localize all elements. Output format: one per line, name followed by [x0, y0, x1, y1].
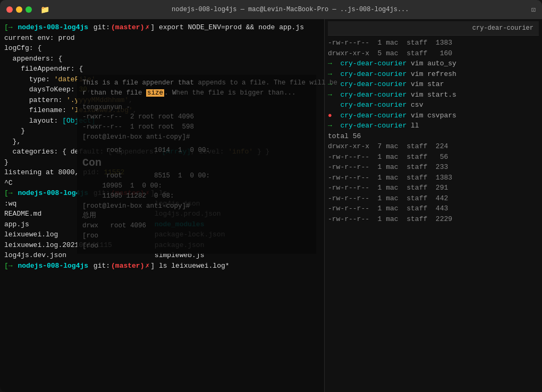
right-line-6: → cry-dear-courier vim start.s — [328, 90, 539, 100]
titlebar: 📁 nodejs-008-log4js — mac@Levin-MacBook-… — [0, 0, 542, 19]
window-title: nodejs-008-log4js — mac@Levin-MacBook-Pr… — [54, 6, 527, 13]
right-line-16: -rw-r--r-- 1 mac staff 442 — [328, 193, 539, 204]
prompt-branch-2: (master) — [111, 188, 144, 199]
right-line-5: → cry-dear-courier vim star — [328, 79, 539, 90]
right-line-2: drwxr-xr-x 5 mac staff 160 — [328, 48, 539, 59]
output-line-11: }, — [4, 137, 325, 147]
right-line-7: cry-dear-courier csv — [328, 100, 539, 110]
output-line-7: pattern: '.yyyyMMddhhmm', — [4, 95, 325, 106]
ls-item-simpleweb: simpleweb.js — [155, 250, 225, 261]
ls-item-pkglock: package-lock.json — [155, 229, 225, 240]
prompt-dir-1: nodejs-008-log4js — [14, 22, 88, 33]
ls-output: :wq README.md app.js leixuewei.log leixu… — [4, 199, 325, 261]
prompt-x-2: ✗ — [145, 188, 149, 199]
output-line-8: filename: 'leixuewei.log', — [4, 105, 325, 116]
output-line-2: logCfg: { — [4, 43, 325, 54]
prompt-arrow-2: [→ — [4, 188, 13, 199]
prompt-dir-2: nodejs-008-log4js — [14, 188, 88, 199]
right-line-11: drwxr-xr-x 7 mac staff 224 — [328, 141, 539, 152]
prompt-git-3: git: — [89, 261, 110, 271]
ls-item-appjs: app.js — [4, 219, 112, 230]
right-line-14: -rw-r--r-- 1 mac staff 1383 — [328, 173, 539, 183]
prompt-cmd-1: ] export NODE_ENV=prod && node app.js — [150, 22, 304, 33]
ls-item-wq: :wq — [4, 199, 112, 209]
right-line-17: -rw-r--r-- 1 mac staff 443 — [328, 203, 539, 214]
prompt-x-3: ✗ — [145, 261, 149, 271]
prompt-branch-1: (master) — [111, 22, 144, 33]
main-terminal: [→ nodejs-008-log4js git:(master) ✗ ] ex… — [0, 19, 329, 274]
fullscreen-button[interactable] — [26, 6, 32, 13]
prompt-cmd-3: ] ls leixuewei.log* — [150, 261, 229, 271]
output-line-5: type: 'dateFile', — [4, 74, 325, 85]
prompt-line-1: [→ nodejs-008-log4js git:(master) ✗ ] ex… — [4, 22, 325, 33]
output-line-10: } — [4, 126, 325, 137]
right-panel-title: cry-dear-courier — [472, 24, 533, 32]
terminal-window: 📁 nodejs-008-log4js — mac@Levin-MacBook-… — [0, 0, 542, 392]
output-line-13: } — [4, 157, 325, 168]
output-line-1: current env: prod — [4, 33, 325, 44]
ls-item-log4js: log4js.json — [155, 199, 225, 209]
traffic-lights — [6, 6, 32, 13]
output-line-3: appenders: { — [4, 54, 325, 64]
prompt-branch-3: (master) — [111, 261, 144, 271]
prompt-git-1: git: — [89, 22, 110, 33]
prompt-line-2: [→ nodejs-008-log4js git:(master) ✗ ] ls — [4, 188, 325, 199]
window-control[interactable]: ⊡ — [531, 5, 536, 14]
output-line-14: listening at 8000, pid: 11552 — [4, 167, 325, 178]
prompt-cmd-2: ] ls — [150, 188, 167, 199]
right-line-15: -rw-r--r-- 1 mac staff 291 — [328, 183, 539, 193]
right-line-18: -rw-r--r-- 1 mac staff 2229 — [328, 214, 539, 225]
prompt-line-3: [→ nodejs-008-log4js git:(master) ✗ ] ls… — [4, 261, 325, 271]
ls-item-log-dated: leixuewei.log.202106141115 — [4, 240, 112, 251]
ls-item-readme: README.md — [4, 209, 112, 219]
right-panel-titlebar: cry-dear-courier — [328, 21, 539, 36]
ls-col1: :wq README.md app.js leixuewei.log leixu… — [4, 199, 112, 261]
output-line-12: categories: { default: { appenders: [Arr… — [4, 147, 325, 157]
prompt-arrow-3: [→ — [4, 261, 13, 271]
close-button[interactable] — [6, 6, 13, 13]
right-line-9: → cry-dear-courier ll — [328, 121, 539, 131]
ls-item-log: leixuewei.log — [4, 229, 112, 240]
prompt-x-1: ✗ — [145, 22, 149, 33]
right-line-13: -rw-r--r-- 1 mac staff 233 — [328, 162, 539, 173]
right-line-3: → cry-dear-courier vim auto_sy — [328, 58, 539, 69]
prompt-git-2: git: — [89, 188, 110, 199]
right-line-1: -rw-r--r-- 1 mac staff 1383 — [328, 38, 539, 48]
output-line-4: fileAppender: { — [4, 64, 325, 74]
terminal-area[interactable]: [→ nodejs-008-log4js git:(master) ✗ ] ex… — [0, 19, 542, 392]
folder-icon: 📁 — [40, 5, 49, 14]
right-line-10: total 56 — [328, 131, 539, 142]
ls-item-pkg: package.json — [155, 240, 225, 251]
ls-item-log4jsdev: log4js.dev.json — [4, 250, 112, 261]
ls-item-nodemodules: node_modules — [155, 219, 225, 230]
right-panel: cry-dear-courier -rw-r--r-- 1 mac staff … — [324, 19, 542, 392]
prompt-arrow-1: [→ — [4, 22, 13, 33]
output-line-6: daysToKeep: 30, — [4, 84, 325, 95]
output-line-15: ^C — [4, 178, 325, 189]
minimize-button[interactable] — [16, 6, 22, 13]
right-line-4: → cry-dear-courier vim refresh — [328, 69, 539, 80]
right-line-8: ● cry-dear-courier vim csvpars — [328, 110, 539, 121]
right-line-12: -rw-r--r-- 1 mac staff 56 — [328, 152, 539, 163]
prompt-dir-3: nodejs-008-log4js — [14, 261, 88, 271]
ls-item-log4jsprod: log4js.prod.json — [155, 209, 225, 219]
ls-col2: log4js.json log4js.prod.json node_module… — [155, 199, 225, 261]
output-line-9: layout: [Object] — [4, 116, 325, 126]
